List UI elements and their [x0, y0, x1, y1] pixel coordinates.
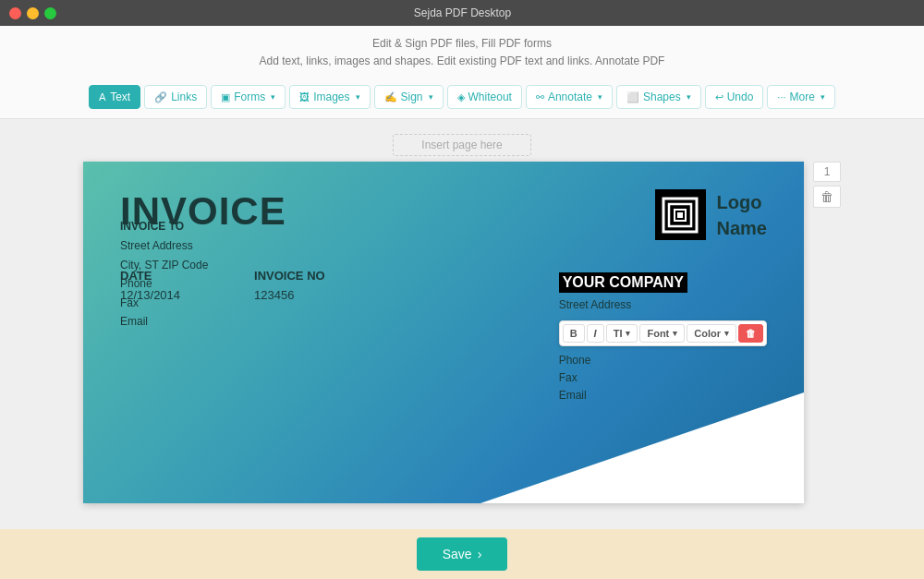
page-delete-button[interactable]: 🗑	[813, 186, 841, 208]
maximize-button[interactable]	[44, 7, 56, 19]
window-controls	[9, 7, 56, 19]
logo-area: Logo Name	[655, 189, 767, 241]
text-formatting-toolbar: B I TI ▾ Font ▾	[559, 320, 767, 346]
more-icon: ···	[777, 91, 785, 103]
company-contacts: Phone Fax Email	[559, 352, 767, 405]
invoice-no-block: INVOICE NO 123456	[254, 269, 325, 303]
size-button[interactable]: TI ▾	[606, 324, 638, 343]
main-area: Edit & Sign PDF files, Fill PDF forms Ad…	[0, 26, 924, 579]
forms-icon: ▣	[221, 91, 230, 103]
invoice-content: INVOICE	[83, 162, 804, 358]
sign-tool-button[interactable]: ✍ Sign ▾	[374, 85, 444, 109]
color-dropdown-arrow: ▾	[724, 329, 729, 338]
header-line1: Edit & Sign PDF files, Fill PDF forms	[0, 35, 924, 53]
logo-svg	[662, 197, 699, 234]
shapes-tool-button[interactable]: ⬜ Shapes ▾	[616, 85, 701, 109]
save-arrow-icon: ›	[478, 547, 482, 561]
invoice-to-label: INVOICE TO	[120, 220, 208, 233]
forms-dropdown-arrow: ▾	[271, 92, 275, 102]
bottom-bar: Save ›	[0, 529, 924, 579]
shapes-icon: ⬜	[626, 91, 639, 103]
invoice-no-value: 123456	[254, 288, 294, 302]
undo-icon: ↩	[715, 91, 723, 103]
annotate-dropdown-arrow: ▾	[598, 92, 602, 102]
invoice-no-label: INVOICE NO	[254, 269, 325, 283]
shapes-dropdown-arrow: ▾	[687, 92, 691, 102]
canvas-area[interactable]: Insert page here INVOICE	[0, 119, 924, 529]
more-dropdown-arrow: ▾	[821, 92, 825, 102]
size-dropdown-arrow: ▾	[626, 329, 630, 338]
sign-dropdown-arrow: ▾	[429, 92, 433, 102]
logo-text: Logo Name	[717, 189, 767, 241]
text-icon: 𝖠	[99, 91, 106, 103]
pdf-page: INVOICE	[83, 162, 804, 503]
delete-text-button[interactable]: 🗑	[738, 324, 763, 343]
minimize-button[interactable]	[27, 7, 39, 19]
svg-rect-3	[677, 212, 683, 218]
images-tool-button[interactable]: 🖼 Images ▾	[289, 85, 370, 109]
images-dropdown-arrow: ▾	[356, 92, 360, 102]
invoice-header: INVOICE	[83, 162, 804, 503]
window-title: Sejda PDF Desktop	[66, 6, 859, 19]
header-line2: Add text, links, images and shapes. Edit…	[0, 53, 924, 70]
insert-page-bar: Insert page here	[102, 128, 822, 162]
save-button[interactable]: Save ›	[417, 537, 508, 571]
company-address: Street Address	[559, 296, 767, 314]
company-name[interactable]: YOUR COMPANY	[559, 272, 687, 293]
logo-icon	[655, 189, 706, 240]
color-button[interactable]: Color ▾	[687, 324, 736, 343]
undo-tool-button[interactable]: ↩ Undo	[705, 85, 764, 109]
invoice-top: INVOICE	[120, 189, 767, 241]
page-number: 1	[813, 162, 841, 182]
sign-icon: ✍	[384, 91, 397, 103]
annotate-tool-button[interactable]: ⚯ Annotate ▾	[526, 85, 613, 109]
annotate-icon: ⚯	[536, 91, 544, 103]
page-sidebar: 1 🗑	[813, 162, 841, 208]
font-dropdown-arrow: ▾	[673, 329, 677, 338]
links-tool-button[interactable]: 🔗 Links	[144, 85, 207, 109]
invoice-to-block: INVOICE TO Street Address City, ST ZIP C…	[120, 220, 208, 331]
title-bar: Sejda PDF Desktop	[0, 0, 924, 26]
insert-page-button[interactable]: Insert page here	[393, 134, 530, 156]
close-button[interactable]	[9, 7, 21, 19]
toolbar: 𝖠 Text 🔗 Links ▣ Forms ▾ 🖼 Images ▾ ✍ Si…	[0, 78, 924, 119]
whiteout-icon: ◈	[457, 91, 465, 103]
header-description: Edit & Sign PDF files, Fill PDF forms Ad…	[0, 26, 924, 78]
italic-button[interactable]: I	[587, 324, 604, 343]
text-tool-button[interactable]: 𝖠 Text	[89, 85, 140, 109]
page-wrapper: INVOICE	[83, 162, 841, 503]
font-button[interactable]: Font ▾	[639, 324, 685, 343]
company-block: YOUR COMPANY Street Address B I TI ▾	[559, 272, 767, 404]
link-icon: 🔗	[154, 91, 167, 103]
more-tool-button[interactable]: ··· More ▾	[767, 85, 835, 109]
bold-button[interactable]: B	[563, 324, 585, 343]
images-icon: 🖼	[299, 91, 310, 103]
forms-tool-button[interactable]: ▣ Forms ▾	[211, 85, 286, 109]
whiteout-tool-button[interactable]: ◈ Whiteout	[447, 85, 522, 109]
invoice-to-address: Street Address City, ST ZIP Code Phone F…	[120, 236, 208, 331]
